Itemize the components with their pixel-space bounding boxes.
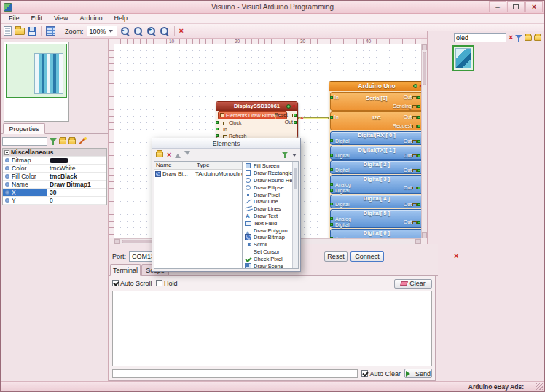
pin-connector[interactable] [330,217,333,220]
pin-connector[interactable] [417,187,420,189]
i2c-request-pin[interactable]: Request [393,123,420,128]
new-project-icon[interactable] [4,26,12,36]
channel-out-pin[interactable]: Out [404,202,420,207]
auto-scroll-checkbox[interactable]: Auto Scroll [112,280,152,287]
pin-connector[interactable] [417,203,420,206]
pin-reset[interactable]: Reset [275,112,297,117]
i2c-channel[interactable]: I2C In Out Request [330,111,421,130]
elements-list[interactable]: Name Type Draw Bi... TArduinoMonochrome.… [154,161,243,269]
serial-in-pin[interactable]: In [334,95,339,100]
property-value[interactable]: tmcWhite [47,165,106,172]
pin-connector[interactable] [330,223,333,226]
menu-view[interactable]: View [48,14,74,23]
channel-out-pin[interactable]: Out [404,168,420,173]
tab-terminal[interactable]: Terminal [110,264,141,276]
minimize-button[interactable]: – [489,1,506,12]
channel-out-pin[interactable]: Out [404,153,420,158]
zoom-combobox[interactable]: 100% [87,26,117,36]
connect-button[interactable]: Connect [350,251,384,262]
close-button[interactable]: × [525,1,543,12]
zoom-reset-icon[interactable] [133,26,144,36]
palette-item[interactable]: Draw Lines [243,205,292,213]
maximize-button[interactable] [507,1,525,12]
category-folder-icon[interactable] [534,35,541,41]
pin-connector[interactable] [417,221,420,224]
channel-out-pin[interactable]: Out [404,138,420,144]
scroll-right-button[interactable] [415,239,421,244]
pin-connector[interactable] [417,116,420,119]
channel-in-pin[interactable]: Digital [335,188,349,193]
collapse-group-icon[interactable] [4,150,9,155]
channel-in-pin[interactable]: Digital [335,153,349,158]
channel-out-pin[interactable]: Out [404,185,420,190]
digital-channel-1[interactable]: Digital(TX)[ 1 ] Digital Out [330,146,421,160]
elements-dialog[interactable]: Elements × Name Type Draw Bi... TArduino… [152,138,301,272]
grid-toggle-icon[interactable] [46,26,55,36]
property-value[interactable]: 30 [47,189,106,196]
property-value-bitmap[interactable] [47,157,106,164]
pin-in[interactable]: In [216,126,297,133]
property-group-row[interactable]: Miscellaneous [3,149,106,157]
serial-sending-pin[interactable]: Sending [393,103,420,109]
save-project-icon[interactable] [28,27,36,36]
properties-filter-input[interactable] [2,137,47,146]
filter-icon[interactable] [50,138,57,145]
palette-item[interactable]: Draw Ellipse [243,184,292,191]
delete-element-icon[interactable]: × [167,151,171,159]
add-element-icon[interactable] [156,152,163,157]
digital-channel-2[interactable]: Digital[ 2 ] Digital Out [330,160,421,174]
channel-analog-pin[interactable]: Analog [335,182,351,187]
component-display-ssd1306[interactable]: DisplaySSD13061 × Elements Draw Bitmap? … [216,101,298,138]
channel-in-pin[interactable]: Digital [335,138,349,144]
column-name[interactable]: Name [154,162,195,169]
pin-connector[interactable] [330,96,333,99]
digital-channel-5[interactable]: Digital[ 5 ] Analog Digital Out [330,209,421,228]
palette-item[interactable]: Draw Bitmap [243,234,292,241]
search-input[interactable] [454,33,506,42]
property-value[interactable]: 0 [47,197,106,204]
pin-connector[interactable] [417,125,420,128]
resize-grip[interactable] [536,383,543,390]
i2c-out-pin[interactable]: Out [404,114,420,119]
pin-connector[interactable] [330,189,333,192]
pin-connector[interactable] [417,169,420,172]
display-component-header[interactable]: DisplaySSD13061 × [216,102,297,111]
channel-in-pin[interactable]: Digital [335,168,349,173]
property-row-y[interactable]: Y 0 [3,197,106,205]
palette-item[interactable]: Draw Text [243,213,292,220]
send-button[interactable]: Send [404,369,432,378]
move-down-icon[interactable] [184,151,190,158]
channel-analog-pin[interactable]: Analog [335,216,351,222]
pin-connector[interactable] [330,183,333,186]
serial-channel[interactable]: Serial[0] In Out Sending [330,92,421,111]
expand-all-icon[interactable] [59,138,66,144]
zoom-out-icon[interactable]: - [120,26,130,36]
palette-item[interactable]: Draw Rectangle [243,170,292,177]
delete-selection-icon[interactable]: × [179,27,184,35]
property-row-bitmap[interactable]: Bitmap [3,157,106,165]
palette-item[interactable]: Draw Pixel [243,191,292,198]
digital-channel-0[interactable]: Digital(RX)[ 0 ] Digital Out [330,131,421,145]
palette-filter-icon[interactable] [281,151,289,158]
pin-component-icon[interactable] [413,84,417,88]
terminal-output[interactable] [112,291,432,366]
scroll-down-button[interactable] [422,232,427,238]
auto-clear-checkbox[interactable]: Auto Clear [361,370,401,377]
menu-help[interactable]: Help [108,14,133,23]
palette-item[interactable]: Check Pixel [243,255,292,262]
digital-channel-3[interactable]: Digital[ 3 ] Analog Digital Out [330,175,421,194]
search-result-component[interactable] [452,45,474,71]
wizard-wand-icon[interactable] [78,137,87,146]
property-row-fill-color[interactable]: Fill Color tmcBlack [3,173,106,181]
pin-connector[interactable] [417,140,420,143]
scrollbar-thumb[interactable] [423,52,426,85]
pin-out[interactable]: Out [285,119,297,125]
palette-item[interactable]: Set Cursor [243,248,292,256]
palette-item[interactable]: Fill Screen [243,162,292,170]
filter-icon[interactable] [515,34,522,42]
open-project-icon[interactable] [15,28,25,35]
palette-item[interactable]: Scroll [243,241,292,248]
reset-button[interactable]: Reset [324,251,348,262]
pin-connector[interactable] [330,154,333,157]
palette-scrollbar[interactable] [292,162,298,268]
